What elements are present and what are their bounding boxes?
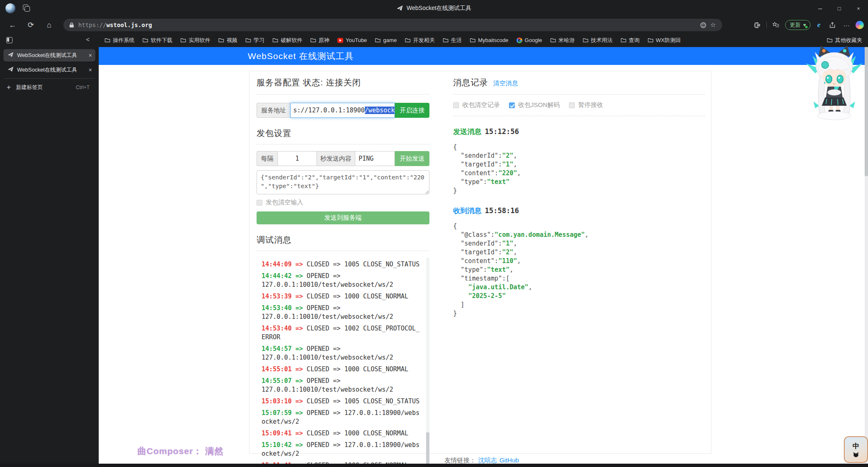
- ime-indicator[interactable]: 中: [844, 436, 868, 463]
- url-text[interactable]: https://wstool.js.org: [78, 22, 698, 28]
- bookmark-item[interactable]: 操作系统: [105, 37, 135, 44]
- start-send-button[interactable]: 开始发送: [395, 151, 429, 166]
- log-entry: 14:53:39 => CLOSED => 1000 CLOSE_NORMAL: [262, 292, 422, 301]
- checkbox-unchecked[interactable]: [569, 102, 575, 108]
- bookmark-item[interactable]: game: [375, 37, 397, 44]
- log-message: CLOSED => 1005 CLOSE_NO_STATUS: [303, 261, 419, 268]
- json-value: "2": [502, 152, 513, 159]
- interval-input[interactable]: [277, 151, 317, 166]
- json-line: "timestamp":[: [453, 274, 705, 283]
- paper-plane-icon: [7, 52, 14, 60]
- bookmark-item[interactable]: WX防测回: [648, 37, 681, 44]
- close-button[interactable]: ×: [849, 0, 868, 17]
- server-address-input[interactable]: s://127.0.0.1:18900/websocket/ws/2: [290, 103, 395, 118]
- interval-group: 每隔 秒发送内容 开始发送: [257, 151, 429, 166]
- bookmark-item[interactable]: 开发相关: [405, 37, 435, 44]
- bookmark-item[interactable]: 视频: [218, 37, 237, 44]
- json-line: "type":"text": [453, 178, 705, 186]
- clear-input-checkbox[interactable]: [257, 200, 262, 206]
- bookmark-item[interactable]: 米哈游: [550, 37, 575, 44]
- log-url: 127.0.0.1:10010/test/websocket/ws/2: [262, 313, 422, 321]
- bookmark-item[interactable]: YouTube: [337, 37, 367, 44]
- bookmark-item[interactable]: 破解软件: [272, 37, 302, 44]
- update-button[interactable]: 更新♥: [785, 20, 811, 30]
- close-tab-icon[interactable]: ×: [89, 52, 92, 59]
- bookmark-label: WX防测回: [656, 37, 681, 44]
- minimize-button[interactable]: ─: [811, 0, 830, 17]
- log-entry: 14:55:01 => CLOSED => 1000 CLOSE_NORMAL: [262, 365, 422, 374]
- bookmark-item[interactable]: 软件下载: [142, 37, 172, 44]
- checkbox-checked[interactable]: [509, 102, 515, 108]
- bookmark-item[interactable]: 实用软件: [180, 37, 210, 44]
- copilot-icon[interactable]: [856, 21, 864, 29]
- bookmark-item[interactable]: 查询: [621, 37, 640, 44]
- folder-icon: [272, 37, 278, 43]
- json-line: }: [453, 186, 705, 195]
- tab-actions-icon[interactable]: [6, 37, 12, 43]
- vertical-tab[interactable]: WebSocket在线测试工具×: [3, 64, 95, 76]
- window-controls: ─ □ ×: [811, 0, 868, 17]
- folder-icon: [443, 37, 449, 43]
- maximize-button[interactable]: □: [830, 0, 849, 17]
- bookmark-item[interactable]: Mybaitscode: [470, 37, 509, 44]
- window-title-group: WebSocket在线测试工具: [0, 0, 868, 17]
- clear-messages-link[interactable]: 清空消息: [493, 79, 518, 87]
- close-tab-icon[interactable]: ×: [89, 67, 92, 73]
- json-line: }: [453, 309, 705, 318]
- json-line: "@class":"com.yan.domain.Message",: [453, 231, 705, 239]
- debug-log[interactable]: 14:44:09 => CLOSED => 1005 CLOSE_NO_STAT…: [257, 258, 429, 467]
- log-url: 127.0.0.1:10010/test/websocket/ws/2: [262, 353, 422, 362]
- interval-unit-label: 秒发送内容: [317, 151, 355, 166]
- bookmark-item[interactable]: Google: [516, 37, 542, 44]
- bookmark-label: Mybaitscode: [478, 37, 509, 43]
- translate-icon[interactable]: [698, 20, 708, 30]
- paper-plane-icon: [7, 66, 14, 74]
- json-value: "2": [502, 248, 513, 256]
- bookmark-item[interactable]: 生活: [443, 37, 462, 44]
- desktop-pet-character[interactable]: [801, 43, 868, 122]
- payload-textarea[interactable]: {"senderId":"2","targetId":"1","content"…: [257, 170, 429, 194]
- bookmark-item[interactable]: 学习: [245, 37, 264, 44]
- window-title: WebSocket在线测试工具: [407, 5, 471, 12]
- back-icon[interactable]: ←: [7, 19, 18, 31]
- json-line: "senderId":"2",: [453, 152, 705, 160]
- footer-link[interactable]: 沈唁志: [478, 457, 497, 464]
- checkbox-unchecked[interactable]: [453, 102, 459, 108]
- bookmark-item[interactable]: 技术用法: [583, 37, 613, 44]
- vertical-tab[interactable]: WebSocket在线测试工具×: [3, 49, 95, 62]
- ping-content-input[interactable]: [355, 151, 395, 166]
- share-icon[interactable]: [827, 20, 837, 30]
- new-tab-button[interactable]: + 新建标签页 Ctrl+T: [0, 82, 99, 93]
- bookmark-label: 软件下载: [151, 37, 172, 44]
- bookmark-label: 查询: [629, 37, 640, 44]
- option-label: 收包JSON解码: [518, 101, 560, 109]
- tab-list: WebSocket在线测试工具×WebSocket在线测试工具×: [0, 48, 99, 78]
- favorite-star-icon[interactable]: ☆: [708, 20, 718, 30]
- log-timestamp: 15:07:59 =>: [262, 409, 303, 417]
- refresh-icon[interactable]: ⟳: [25, 19, 37, 31]
- address-bar[interactable]: https://wstool.js.org ☆: [63, 19, 722, 31]
- connect-button[interactable]: 开启连接: [395, 103, 429, 118]
- extensions-puzzle-icon[interactable]: [752, 20, 762, 30]
- home-icon[interactable]: ⌂: [43, 19, 55, 31]
- json-value: "220": [498, 169, 517, 177]
- clear-input-option[interactable]: 发包清空输入: [257, 199, 429, 206]
- log-message: CLOSED => 1005 CLOSE_NO_STATUS: [303, 397, 419, 405]
- log-scrollbar[interactable]: [426, 258, 429, 467]
- more-menu-icon[interactable]: ···: [841, 20, 851, 30]
- footer-link[interactable]: GitHub: [499, 457, 519, 464]
- ie-mode-icon[interactable]: e: [815, 21, 823, 29]
- bookmark-item[interactable]: 原神: [310, 37, 329, 44]
- favorites-bar-icon[interactable]: [771, 20, 781, 30]
- collapse-sidebar-icon[interactable]: <: [86, 36, 90, 43]
- log-message: CLOSED => 1000 CLOSE_NORMAL: [303, 365, 408, 373]
- send-to-server-button[interactable]: 发送到服务端: [257, 211, 429, 224]
- page-title: WebSocket 在线测试工具: [248, 50, 354, 62]
- folder-icon: [375, 37, 381, 43]
- window-bottom-edge: [0, 464, 868, 467]
- log-timestamp: 14:53:39 =>: [262, 293, 303, 300]
- bookmark-label: 开发相关: [413, 37, 435, 44]
- messages-column: 消息记录 清空消息 收包清空记录收包JSON解码暂停接收 发送消息15:12:5…: [453, 77, 705, 318]
- other-favorites-folder[interactable]: 其他收藏夹: [827, 37, 862, 44]
- json-value: "text": [487, 266, 509, 273]
